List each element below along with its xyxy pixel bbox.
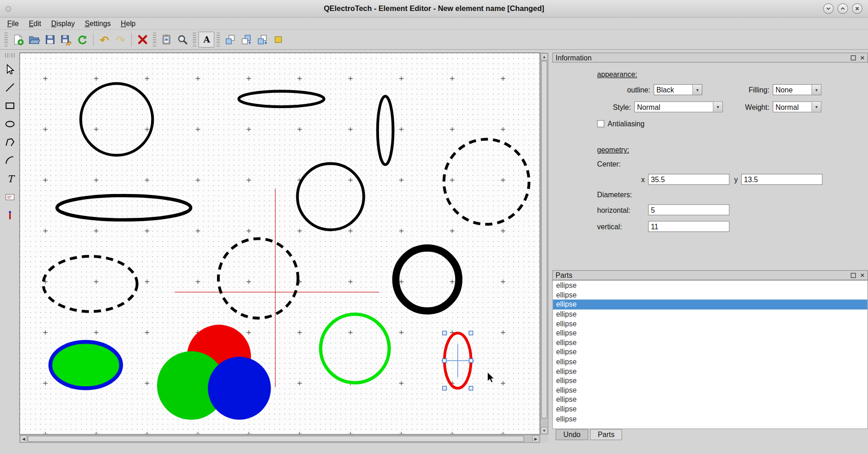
polygon-tool-button[interactable] <box>2 135 17 150</box>
selection-handle[interactable] <box>443 386 446 390</box>
parts-list-item[interactable]: ellipse <box>553 395 868 405</box>
scroll-up-button[interactable]: ▲ <box>541 53 548 60</box>
parts-list-item[interactable]: ellipse <box>553 290 868 300</box>
weight-dropdown[interactable]: Normal ▾ <box>773 101 821 112</box>
ellipse-shape[interactable] <box>50 342 121 388</box>
toolbar-handle[interactable] <box>217 32 220 46</box>
line-tool-button[interactable] <box>2 80 17 95</box>
select-tool-button[interactable] <box>2 61 17 76</box>
zoom-fit-button[interactable] <box>174 32 190 48</box>
parts-list-item[interactable]: ellipse <box>553 405 868 414</box>
save-as-icon <box>60 34 72 45</box>
x-input[interactable] <box>648 174 730 185</box>
selection-handle[interactable] <box>443 359 446 362</box>
tab-parts[interactable]: Parts <box>590 429 623 440</box>
parts-list-item[interactable]: ellipse <box>553 414 868 423</box>
antialiasing-checkbox[interactable] <box>597 120 604 127</box>
lower-button[interactable] <box>254 32 270 48</box>
redo-icon: ↷ <box>116 34 125 45</box>
toolbar-handle[interactable] <box>193 32 196 46</box>
ellipse-shape[interactable] <box>208 357 271 420</box>
menu-settings[interactable]: Settings <box>80 18 116 29</box>
parts-list-item[interactable]: ellipse <box>553 347 868 357</box>
vertical-scroll-thumb[interactable] <box>541 61 547 419</box>
menu-file[interactable]: File <box>2 18 24 29</box>
parts-list-item[interactable]: ellipse <box>553 366 868 376</box>
information-dock-header[interactable]: Information × <box>552 53 868 63</box>
reload-icon <box>76 34 88 45</box>
selection-handle[interactable] <box>469 331 473 335</box>
canvas-horizontal-scrollbar[interactable]: ◀ ▶ <box>19 435 540 443</box>
delete-button[interactable] <box>135 32 151 48</box>
filling-dropdown[interactable]: None ▾ <box>773 84 821 95</box>
paste-button[interactable] <box>158 32 174 48</box>
menu-display[interactable]: Display <box>46 18 80 29</box>
scroll-right-button[interactable]: ▶ <box>532 435 540 443</box>
parts-list-item[interactable]: ellipse <box>553 309 868 319</box>
parts-list-item[interactable]: ellipse <box>553 385 868 395</box>
tab-undo[interactable]: Undo <box>556 429 588 440</box>
terminal-tool-button[interactable] <box>2 208 17 223</box>
add-text-button[interactable]: A <box>198 32 214 48</box>
parts-list-item[interactable]: ellipse <box>553 319 868 329</box>
open-button[interactable] <box>26 32 42 48</box>
bring-to-front-button[interactable] <box>222 32 238 48</box>
new-element-button[interactable] <box>10 32 26 48</box>
text-field-tool-button[interactable] <box>2 189 17 205</box>
reload-button[interactable] <box>74 32 90 48</box>
close-dock-icon[interactable]: × <box>860 55 865 60</box>
canvas-vertical-scrollbar[interactable]: ▲ ▼ <box>540 53 548 435</box>
undo-button[interactable]: ↶ <box>97 32 113 48</box>
titlebar[interactable]: QElectroTech - Element Editor - New elem… <box>0 0 868 18</box>
selection-handle[interactable] <box>443 331 446 335</box>
appearance-heading[interactable]: appearance: <box>597 70 868 79</box>
redo-button[interactable]: ↷ <box>113 32 129 48</box>
selection-handle[interactable] <box>469 359 473 362</box>
scroll-down-button[interactable]: ▼ <box>541 427 548 434</box>
maximize-button[interactable] <box>837 3 848 14</box>
chevron-down-icon: ▾ <box>812 85 821 95</box>
raise-button[interactable] <box>238 32 254 48</box>
selection-handle[interactable] <box>469 386 473 390</box>
float-dock-icon[interactable] <box>851 273 856 278</box>
toolbar-handle[interactable] <box>5 32 8 46</box>
geometry-heading[interactable]: geometry: <box>597 146 868 154</box>
toolbar-handle[interactable] <box>5 53 15 58</box>
style-dropdown[interactable]: Normal ▾ <box>634 101 723 112</box>
close-button[interactable] <box>852 3 863 14</box>
window-title: QElectroTech - Element Editor - New elem… <box>0 5 868 13</box>
text-tool-button[interactable]: T <box>2 171 17 186</box>
toolbar-handle[interactable] <box>153 32 156 46</box>
float-dock-icon[interactable] <box>851 55 856 60</box>
parts-list-item[interactable]: ellipse <box>553 357 868 367</box>
send-to-back-button[interactable] <box>270 32 286 48</box>
parts-list-item[interactable]: ellipse <box>553 376 868 385</box>
parts-list-item[interactable]: ellipse <box>553 338 868 347</box>
send-to-back-icon <box>272 34 284 45</box>
save-button[interactable] <box>42 32 58 48</box>
scroll-right-icon: ▶ <box>534 437 537 441</box>
ellipse-tool-button[interactable] <box>2 116 17 131</box>
style-label: Style: <box>552 103 634 111</box>
parts-list-item[interactable]: ellipse <box>553 281 868 290</box>
element-canvas[interactable] <box>19 53 540 435</box>
horizontal-diameter-input[interactable] <box>648 204 730 215</box>
filling-value: None <box>773 86 811 94</box>
horizontal-scroll-thumb[interactable] <box>27 436 524 442</box>
parts-dock-header[interactable]: Parts × <box>552 270 868 280</box>
raise-icon <box>240 34 252 45</box>
parts-list-item[interactable]: ellipse <box>553 300 868 309</box>
rectangle-tool-button[interactable] <box>2 98 17 113</box>
menu-help[interactable]: Help <box>116 18 141 29</box>
arc-tool-button[interactable] <box>2 153 17 168</box>
y-input[interactable] <box>741 174 823 185</box>
minimize-button[interactable] <box>823 3 834 14</box>
scroll-left-button[interactable]: ◀ <box>20 435 27 443</box>
part-toolbar: T <box>0 50 19 454</box>
menu-edit[interactable]: Edit <box>24 18 46 29</box>
vertical-diameter-input[interactable] <box>648 221 730 232</box>
outline-dropdown[interactable]: Black ▾ <box>654 84 702 95</box>
close-dock-icon[interactable]: × <box>860 272 865 278</box>
save-as-button[interactable] <box>58 32 74 48</box>
parts-list-item[interactable]: ellipse <box>553 328 868 338</box>
